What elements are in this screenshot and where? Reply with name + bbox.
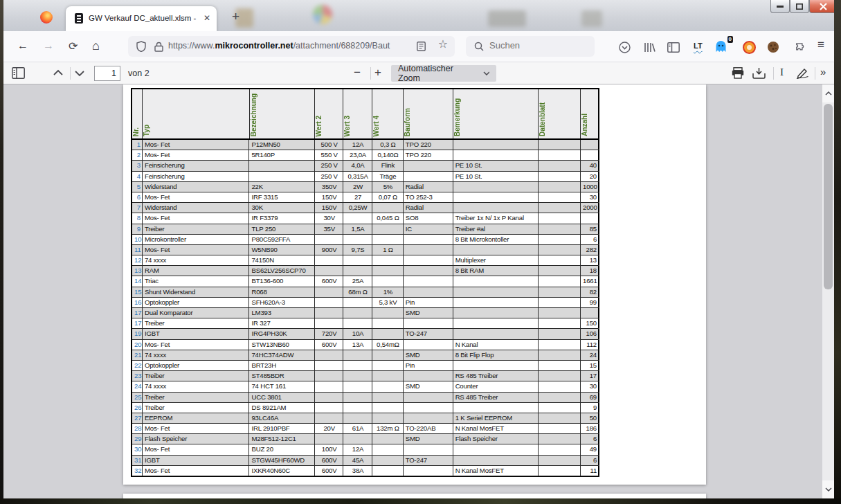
table-cell: Mos- Fet — [143, 245, 250, 255]
table-cell — [539, 434, 581, 444]
table-cell: TLP 250 — [249, 224, 315, 234]
table-cell: 0,25W — [343, 203, 372, 213]
home-icon[interactable]: ⌂ — [92, 39, 100, 53]
search-input[interactable] — [489, 40, 572, 51]
table-cell: BT136-600 — [249, 276, 315, 286]
zoom-out-icon[interactable]: − — [354, 66, 361, 80]
search-bar[interactable] — [466, 36, 595, 57]
table-cell: 186 — [581, 424, 599, 433]
url-bar[interactable]: https://www.mikrocontroller.net/attachme… — [128, 36, 455, 57]
table-cell — [343, 361, 372, 370]
download-icon[interactable] — [752, 67, 766, 79]
table-cell: Radial — [404, 182, 453, 192]
table-cell: 5 — [132, 182, 143, 192]
table-row: 23TreiberST485BDRRS 485 Treiber17 — [132, 371, 599, 381]
table-cell: TPO 220 — [404, 150, 453, 160]
zoom-select[interactable]: Automatischer Zoom — [391, 65, 496, 82]
table-cell: 29 — [132, 434, 143, 444]
table-cell: R068 — [249, 287, 315, 297]
table-cell — [404, 287, 453, 297]
bookmark-star-icon[interactable]: ☆ — [438, 37, 448, 51]
table-cell — [539, 192, 581, 202]
table-row: 10MicrokontrollerP80C592FFA8 Bit Microko… — [132, 235, 599, 245]
table-cell: 23,0A — [343, 150, 372, 160]
column-header: Wert 3 — [343, 89, 372, 138]
maximize-button[interactable] — [790, 0, 809, 13]
forward-icon[interactable]: → — [43, 39, 54, 52]
table-cell — [372, 266, 404, 276]
table-cell: RAM — [143, 266, 250, 276]
table-cell: 22K — [249, 182, 315, 192]
table-cell — [453, 361, 539, 370]
previous-page-icon[interactable] — [53, 69, 63, 75]
table-cell: 22 — [132, 361, 143, 370]
table-cell: 600V — [315, 276, 343, 286]
menu-icon[interactable]: ≡ — [817, 38, 824, 52]
text-select-icon[interactable]: I — [780, 66, 784, 78]
table-cell — [372, 466, 404, 476]
table-cell — [372, 318, 404, 328]
cookie-extension-icon[interactable] — [766, 39, 781, 55]
table-cell — [372, 203, 404, 213]
titlebar-reflection — [313, 5, 332, 24]
pdf-sidebar-toggle-icon[interactable] — [12, 67, 25, 79]
draw-pen-icon[interactable] — [796, 67, 809, 79]
zoom-in-icon[interactable]: + — [374, 66, 381, 80]
scrollbar[interactable] — [822, 84, 834, 498]
table-cell — [404, 245, 453, 255]
scrollbar-thumb[interactable] — [824, 104, 833, 289]
parts-table: Nr. Typ Bezeichnung Wert 2 Wert 3 Wert 4… — [131, 88, 599, 477]
back-icon[interactable]: ← — [17, 39, 28, 52]
table-cell: 24 — [132, 381, 143, 391]
sidebar-icon[interactable] — [666, 39, 681, 55]
table-cell: 250 V — [315, 172, 343, 181]
table-cell — [539, 381, 581, 391]
extensions-puzzle-icon[interactable] — [793, 39, 808, 55]
table-cell — [343, 381, 372, 391]
table-row: 8Mos- FetIR F337930V0,045 ΩSO8Treiber 1x… — [132, 213, 599, 224]
table-cell: 74 xxxx — [143, 255, 250, 265]
more-tools-icon[interactable]: » — [820, 66, 826, 78]
table-cell: 150V — [315, 192, 343, 202]
nav-toolbar: ← → ⟳ ⌂ https://www.mikrocontroller.net/… — [3, 31, 834, 62]
ghost-extension-icon[interactable]: 0 — [715, 40, 730, 54]
minimize-button[interactable] — [770, 0, 790, 13]
firefox-logo-icon[interactable] — [40, 11, 53, 24]
blocker-extension-icon[interactable] — [741, 39, 757, 55]
new-tab-button[interactable]: + — [232, 9, 239, 24]
pocket-icon[interactable] — [617, 39, 632, 55]
table-cell — [372, 350, 404, 360]
shield-icon[interactable] — [134, 39, 149, 54]
active-tab[interactable]: GW Verkauf DC_aktuell.xlsm - Ba ✕ — [66, 6, 217, 31]
table-cell: 350V — [315, 182, 343, 192]
table-cell — [404, 255, 453, 265]
table-cell — [372, 371, 404, 381]
url-text[interactable]: https://www.mikrocontroller.net/attachme… — [168, 41, 407, 51]
table-row: 2Mos- Fet5R140P550 V23,0A0,140ΩTPO 220 — [132, 150, 599, 161]
table-cell — [539, 213, 581, 223]
table-cell: 15 — [132, 287, 143, 297]
search-icon — [471, 39, 487, 54]
tab-close-icon[interactable]: ✕ — [204, 13, 210, 23]
library-icon[interactable] — [642, 39, 657, 55]
page-number-input[interactable] — [94, 66, 120, 81]
table-row: 20Mos- FetSTW13NB60600V13A0,54mΩN Kanal1… — [132, 340, 599, 350]
scroll-up-icon[interactable] — [822, 84, 834, 102]
column-header: Bauform — [404, 89, 453, 138]
reader-mode-icon[interactable] — [413, 39, 428, 54]
table-cell: 150 — [581, 318, 599, 328]
lock-icon[interactable] — [151, 39, 166, 54]
reload-icon[interactable]: ⟳ — [69, 39, 78, 53]
close-button[interactable] — [809, 0, 834, 13]
table-cell: 18 — [581, 266, 599, 276]
desktop-edge-bottom — [0, 498, 841, 504]
table-cell: 500 V — [315, 140, 343, 150]
scroll-down-icon[interactable] — [822, 480, 834, 498]
desktop-edge-right — [834, 0, 841, 504]
languagetool-icon[interactable]: LT — [694, 42, 703, 50]
table-cell: 27 — [343, 192, 372, 202]
table-cell: 30 — [581, 192, 599, 202]
table-cell — [404, 371, 453, 381]
print-icon[interactable] — [732, 67, 744, 79]
next-page-icon[interactable] — [75, 71, 84, 77]
